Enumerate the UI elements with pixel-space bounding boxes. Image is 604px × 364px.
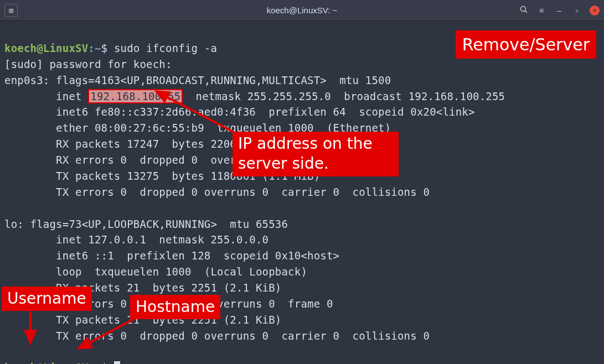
prompt-colon: : [88,42,95,54]
command-text: sudo ifconfig -a [114,42,217,54]
prompt-host-2: LinuxSV [43,361,88,364]
prompt-dollar: $ [101,42,108,54]
highlighted-ip: 192.168.100.55 [88,89,183,103]
prompt-dollar-2: $ [101,361,108,364]
output-line: inet [4,90,88,102]
titlebar-left: ⊞ [4,4,18,17]
prompt-path: ~ [95,42,101,54]
prompt-at: @ [37,42,43,54]
prompt-path-2: ~ [95,361,101,364]
output-line: lo: flags=73<UP,LOOPBACK,RUNNING> mtu 65… [4,218,288,230]
svg-line-1 [525,11,527,13]
plus-icon: ⊞ [9,6,13,15]
minimize-icon[interactable]: – [554,6,564,15]
menu-icon[interactable]: ≡ [536,6,546,15]
output-line: TX errors 0 dropped 0 overruns 0 carrier… [4,186,430,198]
output-line: inet6 ::1 prefixlen 128 scopeid 0x10<hos… [4,249,339,262]
output-line: [sudo] password for koech: [4,58,172,70]
annotation-ip: IP address on the server side. [233,132,399,176]
maximize-icon[interactable]: ▫ [572,6,582,15]
titlebar: ⊞ koech@LinuxSV: ~ ≡ – ▫ ✕ [0,0,604,21]
svg-point-0 [520,6,525,11]
output-line: inet6 fe80::c337:2d66:aed0:4f36 prefixle… [4,106,475,118]
annotation-hostname: Hostname [130,295,220,319]
output-line: loop txqueuelen 1000 (Local Loopback) [4,266,307,278]
annotation-remove-server: Remove/Server [456,30,596,59]
terminal-body[interactable]: koech@LinuxSV:~$ sudo ifconfig -a [sudo]… [0,21,604,364]
prompt-at-2: @ [37,361,43,364]
cursor [114,361,120,364]
annotation-username: Username [2,287,92,311]
close-icon[interactable]: ✕ [590,6,600,15]
prompt-user: koech [4,42,37,54]
window-title: koech@LinuxSV: ~ [267,6,338,15]
output-line: netmask 255.255.255.0 broadcast 192.168.… [183,90,505,102]
output-line: TX errors 0 dropped 0 overruns 0 carrier… [4,330,430,342]
new-tab-button[interactable]: ⊞ [4,4,18,17]
titlebar-right: ≡ – ▫ ✕ [519,6,600,15]
search-icon[interactable] [519,6,529,15]
output-line: inet 127.0.0.1 netmask 255.0.0.0 [4,233,269,246]
prompt-host: LinuxSV [43,42,88,54]
prompt-colon-2: : [88,361,95,364]
output-line: enp0s3: flags=4163<UP,BROADCAST,RUNNING,… [4,74,391,86]
prompt-user-2: koech [4,361,37,364]
